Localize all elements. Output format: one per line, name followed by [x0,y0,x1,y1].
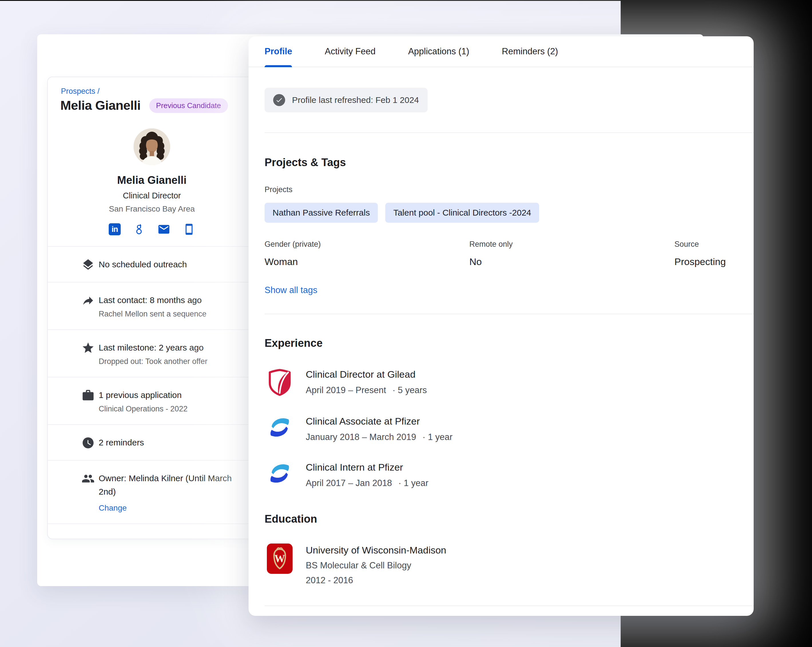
experience-title: Clinical Director at Gilead [306,369,427,380]
tab-applications[interactable]: Applications (1) [408,36,469,67]
profile-refreshed-text: Profile last refreshed: Feb 1 2024 [292,95,419,105]
people-icon [81,472,95,485]
change-owner-link[interactable]: Change [99,504,127,513]
candidate-role: Clinical Director [48,191,256,200]
list-item-previous-application: 1 previous application Clinical Operatio… [48,377,256,424]
last-contact-text: Last contact: 8 months ago [99,293,236,307]
breadcrumb[interactable]: Prospects / [61,87,256,96]
clock-icon [81,436,95,449]
list-item-last-contact: Last contact: 8 months ago Rachel Mellon… [48,282,256,329]
list-item-last-milestone: Last milestone: 2 years ago Dropped out:… [48,329,256,377]
project-chip[interactable]: Talent pool - Clinical Directors -2024 [385,203,539,223]
avatar [134,128,170,165]
card-bottom-divider [48,524,256,533]
previous-candidate-badge: Previous Candidate [149,98,228,113]
education-dates: 2012 - 2016 [306,575,446,586]
field-label: Remote only [469,240,675,249]
previous-application-subtext: Clinical Operations - 2022 [99,405,240,413]
list-item-outreach: No scheduled outreach [48,246,256,282]
experience-duration: · 1 year [398,478,429,488]
avatar-illustration [134,128,170,165]
field-label: Gender (private) [264,240,469,249]
experience-dates: April 2019 – Present · 5 years [306,385,427,396]
field-value: Woman [264,256,469,267]
project-chips: Nathan Passive Referrals Talent pool - C… [264,203,738,223]
page-title: Melia Gianelli [60,98,141,113]
experience-range: April 2017 – Jan 2018 [306,478,392,488]
previous-application-text: 1 previous application [99,388,236,402]
owner-text: Owner: Melinda Kilner (Until March 2nd) [99,472,236,498]
experience-dates: April 2017 – Jan 2018 · 1 year [306,478,429,488]
profile-content: Profile last refreshed: Feb 1 2024 Proje… [249,67,754,606]
experience-range: April 2019 – Present [306,385,386,396]
experience-item: Clinical Intern at Pfizer April 2017 – J… [264,461,738,488]
pfizer-logo [267,461,293,486]
divider [264,314,754,314]
experience-duration: · 5 years [392,385,427,396]
education-heading: Education [264,513,738,525]
check-circle-icon [273,94,285,106]
education-school: University of Wisconsin-Madison [306,545,446,556]
divider [264,132,754,133]
candidate-name: Melia Gianelli [48,174,256,186]
education-degree: BS Molecular & Cell Bilogy [306,560,446,571]
profile-refreshed-pill: Profile last refreshed: Feb 1 2024 [264,88,427,113]
tab-reminders[interactable]: Reminders (2) [502,36,558,67]
uw-madison-logo: W [267,543,293,574]
experience-duration: · 1 year [423,432,452,442]
list-item-reminders: 2 reminders [48,424,256,460]
tab-profile[interactable]: Profile [264,36,292,67]
divider [264,606,754,606]
field-label: Source [675,240,738,249]
list-item-owner: Owner: Melinda Kilner (Until March 2nd) … [48,460,256,524]
project-chip[interactable]: Nathan Passive Referrals [264,203,378,223]
top-edge [0,0,812,1]
tag-fields: Gender (private) Woman Remote only No So… [264,240,738,267]
reminders-text: 2 reminders [99,436,236,449]
field-gender: Gender (private) Woman [264,240,469,267]
briefcase-icon [81,389,95,402]
layers-icon [81,258,95,271]
screen: Prospects / Melia Gianelli Previous Cand… [0,0,812,647]
last-contact-subtext: Rachel Mellon sent a sequence [99,310,240,318]
gilead-logo [267,368,293,396]
candidate-location: San Francisco Bay Area [48,204,256,213]
social-links: in [48,223,256,236]
projects-label: Projects [264,185,738,194]
experience-range: January 2018 – March 2019 [306,432,416,442]
tab-activity-feed[interactable]: Activity Feed [325,36,375,67]
tab-bar: Profile Activity Feed Applications (1) R… [249,36,754,67]
education-item: W University of Wisconsin-Madison BS Mol… [264,543,738,586]
experience-item: Clinical Associate at Pfizer January 201… [264,414,738,442]
experience-item: Clinical Director at Gilead April 2019 –… [264,368,738,396]
gem-profile-icon[interactable] [133,223,145,236]
field-value: Prospecting [675,256,738,267]
pfizer-logo [267,414,293,440]
field-source: Source Prospecting [675,240,738,267]
candidate-summary-card: Prospects / Melia Gianelli Previous Cand… [47,77,256,539]
projects-tags-heading: Projects & Tags [264,157,738,169]
profile-panel: Profile Activity Feed Applications (1) R… [249,36,754,616]
forward-arrow-icon [81,294,95,307]
show-all-tags-link[interactable]: Show all tags [264,285,317,295]
outreach-text: No scheduled outreach [99,257,236,271]
last-milestone-subtext: Dropped out: Took another offer [99,357,240,366]
linkedin-icon[interactable]: in [109,223,121,235]
star-icon [81,341,95,355]
experience-title: Clinical Intern at Pfizer [306,462,429,473]
experience-heading: Experience [264,337,738,349]
svg-text:W: W [275,553,285,565]
phone-icon[interactable] [183,223,195,235]
last-milestone-text: Last milestone: 2 years ago [99,341,236,354]
experience-dates: January 2018 – March 2019 · 1 year [306,432,452,442]
field-remote-only: Remote only No [469,240,675,267]
experience-title: Clinical Associate at Pfizer [306,416,452,427]
field-value: No [469,256,675,267]
email-icon[interactable] [157,223,171,236]
